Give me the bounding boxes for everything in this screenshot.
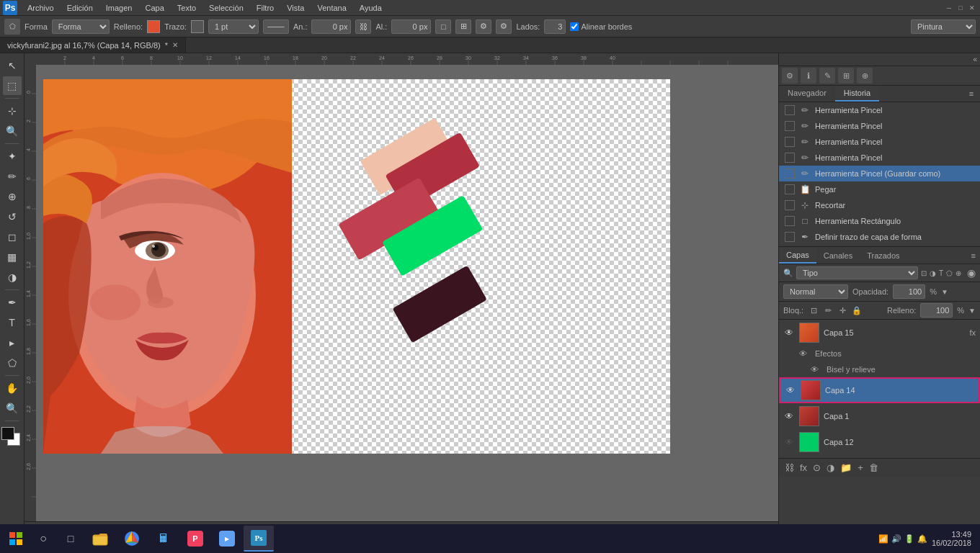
- group-btn[interactable]: 📁: [840, 462, 852, 473]
- task-view-button[interactable]: □: [58, 526, 84, 552]
- fill-dropdown-icon[interactable]: ▼: [968, 307, 976, 315]
- path-select-tool[interactable]: ▸: [3, 333, 22, 352]
- gradient-tool[interactable]: ▦: [3, 248, 22, 266]
- tab-close-button[interactable]: ✕: [172, 41, 178, 49]
- panel-options-icon[interactable]: ≡: [966, 88, 977, 99]
- file-explorer-button[interactable]: [85, 526, 115, 552]
- mask-btn[interactable]: ⊙: [813, 462, 821, 473]
- tab-canales[interactable]: Canales: [816, 248, 860, 263]
- gear-icon-btn[interactable]: ⚙: [496, 19, 512, 34]
- panel-icon-5[interactable]: ⊕: [857, 68, 873, 84]
- stroke-weight-dropdown[interactable]: 1 pt: [208, 19, 259, 34]
- menu-imagen[interactable]: Imagen: [100, 2, 138, 14]
- tab-historia[interactable]: Historia: [835, 86, 879, 102]
- menu-archivo[interactable]: Archivo: [22, 2, 60, 14]
- photoshop-taskbar-button[interactable]: Ps: [244, 526, 274, 552]
- app-button-1[interactable]: P: [180, 526, 210, 552]
- layer-row-capa12[interactable]: 👁 Capa 12: [779, 429, 980, 455]
- width-input[interactable]: [311, 19, 351, 34]
- tool-preset-dropdown[interactable]: Pintura: [911, 19, 976, 34]
- smart-filter-icon[interactable]: ⊕: [956, 269, 961, 277]
- opacity-dropdown-icon[interactable]: ▼: [941, 288, 948, 296]
- network-icon[interactable]: 📶: [878, 534, 888, 544]
- path-align-btn[interactable]: ⊞: [455, 19, 471, 34]
- adjustment-btn[interactable]: ◑: [827, 462, 834, 473]
- chrome-button[interactable]: [117, 526, 147, 552]
- tool-mode-dropdown[interactable]: Forma: [52, 19, 110, 34]
- layer-row-capa14[interactable]: 👁 Capa 14: [779, 377, 980, 403]
- move-tool[interactable]: ↖: [3, 56, 22, 75]
- menu-ayuda[interactable]: Ayuda: [354, 2, 388, 14]
- shape-filter-icon[interactable]: ⬠: [946, 269, 953, 277]
- menu-edicion[interactable]: Edición: [61, 2, 99, 14]
- lock-transparent-btn[interactable]: ⊡: [808, 305, 819, 316]
- adj-filter-icon[interactable]: ◑: [930, 269, 936, 277]
- menu-vista[interactable]: Vista: [281, 2, 310, 14]
- path-arrange-btn[interactable]: ⚙: [476, 19, 491, 34]
- tab-navegador[interactable]: Navegador: [779, 86, 835, 102]
- lock-position-btn[interactable]: ✛: [837, 305, 848, 316]
- menu-capa[interactable]: Capa: [139, 2, 169, 14]
- fill-color[interactable]: [147, 20, 160, 33]
- layer-visibility-capa12[interactable]: 👁: [783, 436, 795, 448]
- link-dimensions-btn[interactable]: ⛓: [355, 19, 371, 34]
- fill-input[interactable]: [920, 303, 953, 318]
- layer-row-capa1[interactable]: 👁 Capa 1: [779, 403, 980, 429]
- layer-row-capa15[interactable]: 👁 Capa 15 fx: [779, 320, 980, 346]
- maximize-button[interactable]: □: [956, 3, 966, 13]
- px-filter-icon[interactable]: ⊡: [921, 269, 927, 277]
- fg-color-well[interactable]: [1, 427, 14, 440]
- lock-all-btn[interactable]: 🔒: [851, 305, 863, 316]
- app-button-2[interactable]: ▸: [212, 526, 242, 552]
- new-layer-btn[interactable]: +: [858, 462, 863, 473]
- heal-tool[interactable]: ✦: [3, 147, 22, 166]
- stroke-style-btn[interactable]: ───: [263, 19, 289, 34]
- history-item-3[interactable]: ✏ Herramienta Pincel: [779, 150, 980, 166]
- effects-eye-icon[interactable]: 👁: [799, 349, 811, 358]
- panel-icon-4[interactable]: ⊞: [838, 68, 854, 84]
- panel-collapse-icon[interactable]: «: [973, 55, 977, 63]
- notification-icon[interactable]: 🔔: [917, 534, 927, 544]
- layer-visibility-capa15[interactable]: 👁: [783, 327, 795, 338]
- layers-options-icon[interactable]: ≡: [971, 251, 976, 260]
- stroke-color[interactable]: [191, 20, 204, 33]
- dodge-tool[interactable]: ◑: [3, 268, 22, 287]
- delete-layer-btn[interactable]: 🗑: [869, 462, 878, 473]
- menu-texto[interactable]: Texto: [172, 2, 202, 14]
- filter-toggle[interactable]: ◉: [967, 267, 976, 279]
- system-time[interactable]: 13:49 16/02/2018: [932, 530, 971, 547]
- selection-tool[interactable]: ⬚: [3, 76, 22, 95]
- search-button[interactable]: ○: [30, 526, 56, 552]
- tab-capas[interactable]: Capas: [779, 248, 816, 264]
- canvas-workspace[interactable]: [36, 65, 778, 537]
- bisel-eye-icon[interactable]: 👁: [811, 365, 822, 374]
- layer-visibility-capa14[interactable]: 👁: [785, 385, 796, 396]
- text-tool[interactable]: T: [3, 313, 22, 332]
- shape-tool[interactable]: ⬠: [3, 354, 22, 372]
- zoom-tool[interactable]: 🔍: [3, 399, 22, 418]
- tab-trazados[interactable]: Trazados: [860, 248, 906, 263]
- path-ops-btn[interactable]: □: [435, 19, 451, 34]
- menu-ventana[interactable]: Ventana: [311, 2, 352, 14]
- history-item-4[interactable]: ✏ Herramienta Pincel (Guardar como): [779, 166, 980, 181]
- calculator-button[interactable]: 🖩: [148, 526, 179, 552]
- text-filter-icon[interactable]: T: [939, 269, 943, 277]
- opacity-input[interactable]: [893, 284, 925, 299]
- layer-effects-row[interactable]: 👁 Efectos: [779, 346, 980, 361]
- history-item-0[interactable]: ✏ Herramienta Pincel: [779, 102, 980, 118]
- start-button[interactable]: [3, 526, 29, 552]
- menu-filtro[interactable]: Filtro: [251, 2, 280, 14]
- clone-tool[interactable]: ⊕: [3, 187, 22, 206]
- panel-icon-3[interactable]: ✎: [819, 68, 835, 84]
- blend-mode-dropdown[interactable]: Normal: [783, 284, 848, 299]
- history-panel[interactable]: ✏ Herramienta Pincel ✏ Herramienta Pince…: [779, 102, 980, 246]
- layers-list[interactable]: 👁 Capa 15 fx 👁 Efectos 👁 Bisel y relieve: [779, 320, 980, 458]
- history-brush-tool[interactable]: ↺: [3, 207, 22, 226]
- layer-type-filter[interactable]: Tipo: [796, 266, 918, 279]
- history-item-1[interactable]: ✏ Herramienta Pincel: [779, 118, 980, 134]
- brush-tool[interactable]: ✏: [3, 167, 22, 186]
- height-input[interactable]: [391, 19, 431, 34]
- layer-style-btn[interactable]: fx: [800, 462, 807, 473]
- hand-tool[interactable]: ✋: [3, 379, 22, 397]
- history-item-2[interactable]: ✏ Herramienta Pincel: [779, 134, 980, 150]
